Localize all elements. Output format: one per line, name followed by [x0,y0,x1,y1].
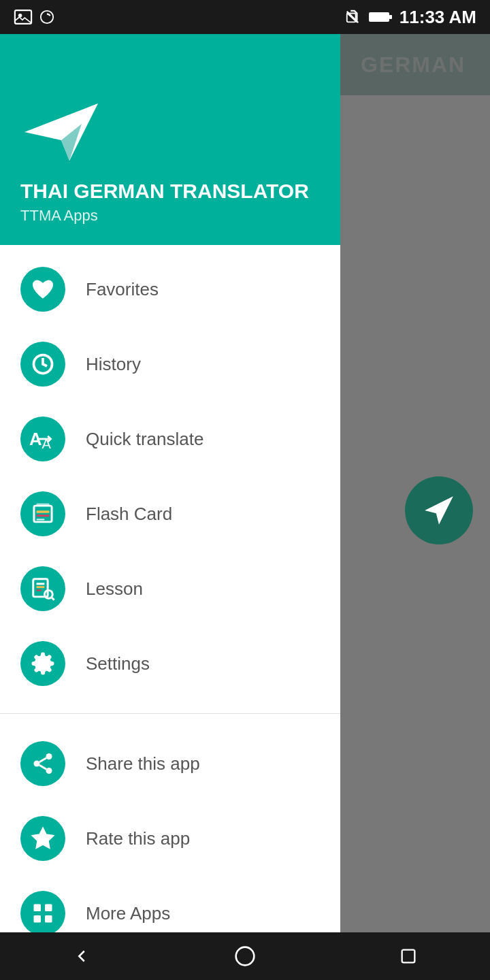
status-bar: 11:33 AM [0,0,490,34]
flash-card-icon-circle [20,491,65,536]
content-behind [340,34,490,932]
svg-line-28 [39,765,46,769]
no-sim-icon [344,10,361,24]
rate-icon-circle [20,816,65,861]
svg-marker-30 [32,828,54,848]
home-button[interactable] [218,936,272,977]
rate-label: Rate this app [86,828,190,849]
share-icon-circle [20,741,65,786]
svg-rect-15 [37,510,50,513]
menu-list: Favorites History A A [0,245,340,708]
svg-rect-33 [34,915,42,923]
recents-icon [399,947,418,966]
back-icon [71,946,92,966]
lesson-icon-circle [20,566,65,611]
menu-item-favorites[interactable]: Favorites [0,252,340,327]
svg-point-35 [236,947,255,966]
app-title: THAI GERMAN TRANSLATOR [20,180,320,203]
menu-divider [0,713,340,714]
home-circle-icon [234,945,256,967]
svg-line-29 [39,758,46,762]
menu-item-flash-card[interactable]: Flash Card [0,476,340,551]
svg-rect-14 [37,504,50,506]
translate-icon: A A [29,427,56,451]
settings-label: Settings [86,653,150,674]
svg-rect-31 [34,904,42,912]
svg-point-27 [46,768,52,774]
svg-rect-16 [37,514,50,517]
favorites-icon-circle [20,267,65,312]
quick-translate-icon-circle: A A [20,416,65,461]
svg-rect-17 [37,519,45,520]
lesson-label: Lesson [86,578,143,600]
menu-item-lesson[interactable]: Lesson [0,551,340,626]
bottom-navigation [0,932,490,980]
settings-icon [31,651,55,676]
signal-status-icon [38,10,56,24]
battery-icon [368,10,393,24]
favorites-label: Favorites [86,279,159,300]
share-icon [31,751,55,776]
more-apps-icon-circle [20,891,65,932]
app-subtitle: TTMA Apps [20,207,320,225]
status-icons-right: 11:33 AM [344,7,476,28]
settings-icon-circle [20,641,65,686]
svg-rect-34 [45,915,52,923]
translate-button-behind[interactable] [405,476,473,544]
svg-point-25 [46,753,52,760]
flashcard-icon [30,501,56,527]
history-icon-circle [20,342,65,387]
secondary-menu-list: Share this app Rate this app More App [0,719,340,932]
more-apps-label: More Apps [86,903,170,924]
clock-icon [31,352,55,376]
svg-rect-32 [45,904,52,912]
lesson-icon [30,576,56,602]
back-button[interactable] [54,936,109,977]
quick-translate-label: Quick translate [86,429,203,450]
menu-item-history[interactable]: History [0,327,340,402]
star-icon [30,826,56,851]
menu-item-more-apps[interactable]: More Apps [0,876,340,932]
recents-button[interactable] [381,936,436,977]
send-icon [422,493,456,527]
image-status-icon [14,10,33,24]
status-bar-left [14,10,56,24]
menu-item-settings[interactable]: Settings [0,626,340,701]
menu-item-share[interactable]: Share this app [0,726,340,801]
navigation-drawer: THAI GERMAN TRANSLATOR TTMA Apps Favorit… [0,34,340,932]
svg-rect-5 [369,12,389,22]
grid-icon [31,901,55,926]
flash-card-label: Flash Card [86,504,172,525]
svg-marker-7 [24,103,98,161]
drawer-header: THAI GERMAN TRANSLATOR TTMA Apps [0,34,340,245]
history-label: History [86,354,141,375]
menu-item-quick-translate[interactable]: A A Quick translate [0,402,340,476]
svg-point-2 [41,11,53,23]
svg-rect-6 [389,15,392,19]
svg-line-23 [51,597,54,600]
app-logo-icon [20,98,102,166]
svg-point-26 [34,761,40,767]
menu-item-rate[interactable]: Rate this app [0,801,340,876]
status-time: 11:33 AM [399,7,476,28]
heart-icon [31,277,55,301]
svg-rect-36 [402,950,415,963]
share-label: Share this app [86,753,200,774]
